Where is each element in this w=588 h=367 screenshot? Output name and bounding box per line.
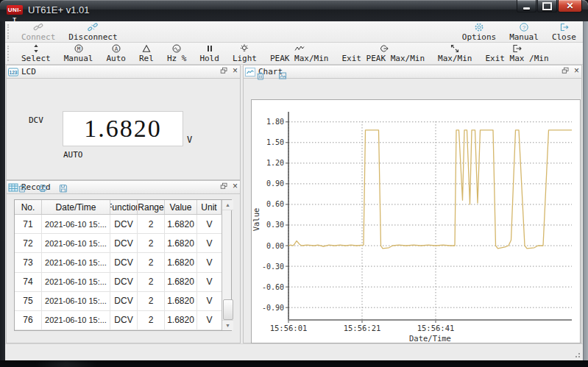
maximize-button[interactable] xyxy=(537,0,557,13)
table-cell: DCV xyxy=(110,253,138,271)
y-tick-label: -0.90 xyxy=(262,304,284,312)
select-label: Select xyxy=(21,54,51,63)
y-tick-label: -0.30 xyxy=(262,263,284,271)
table-cell: 1.6820 xyxy=(165,292,197,310)
table-scrollbar[interactable]: ▲ ▼ xyxy=(222,200,231,330)
hz-percent-button[interactable]: Hz % xyxy=(160,43,194,64)
light-label: Light xyxy=(233,54,257,63)
lcd-123-icon: 123 xyxy=(8,67,18,77)
table-row[interactable]: 752021-06-10 15:...DCV21.6820V xyxy=(15,292,222,311)
y-tick-label: 1.80 xyxy=(266,118,284,126)
close-label: Close xyxy=(552,32,576,42)
close-panel-icon[interactable]: × xyxy=(233,182,238,190)
table-cell: 1.6820 xyxy=(165,234,197,252)
table-row[interactable]: 732021-06-10 15:...DCV21.6820V xyxy=(15,253,222,272)
app-logo: UNI-T xyxy=(7,5,23,15)
table-row[interactable]: 762021-06-10 15:...DCV21.6820V xyxy=(15,311,222,330)
disconnect-icon xyxy=(88,22,98,32)
titlebar[interactable]: UNI-T UT61E+ v1.01 ✕ xyxy=(0,0,588,21)
export-image-button[interactable] xyxy=(277,71,288,84)
connect-label: Connect xyxy=(21,32,55,42)
exit-maxmin-icon xyxy=(511,43,522,54)
y-tick-label: 1.50 xyxy=(266,138,284,146)
table-header-row: No.Date/TimeFunctionRangeValueUnit xyxy=(15,200,222,215)
scroll-down-arrow[interactable]: ▼ xyxy=(222,320,233,330)
table-cell: 72 xyxy=(15,234,42,252)
minimize-button[interactable] xyxy=(517,0,536,13)
light-button[interactable]: Light xyxy=(226,43,263,64)
close-window-button[interactable]: ✕ xyxy=(558,0,582,13)
save-records-button[interactable] xyxy=(58,183,68,196)
table-row[interactable]: 712021-06-10 15:...DCV21.6820V xyxy=(15,215,222,234)
exit-peak-maxmin-label: Exit PEAK Max/Min xyxy=(341,54,425,63)
svg-text:A: A xyxy=(114,46,118,52)
table-cell: DCV xyxy=(110,311,138,329)
close-icon: ✕ xyxy=(566,1,573,12)
table-cell: 2021-06-10 15:... xyxy=(42,292,110,310)
help-icon: ? xyxy=(519,22,529,32)
table-row[interactable]: 742021-06-10 15:...DCV21.6820V xyxy=(15,273,222,292)
exit-peak-maxmin-icon xyxy=(378,43,389,54)
options-button[interactable]: Options xyxy=(456,21,503,43)
table-cell: 2 xyxy=(138,311,165,329)
lcd-unit: V xyxy=(187,135,192,145)
manual-mode-label: Manual xyxy=(64,54,93,63)
lcd-value: 1.6820 xyxy=(84,115,162,143)
close-panel-icon[interactable]: × xyxy=(574,66,579,75)
app-window: UNI-T UT61E+ v1.01 ✕ Connect Disconnect xyxy=(0,0,588,360)
peak-maxmin-button[interactable]: PEAK Max/Min xyxy=(263,43,335,64)
connect-button[interactable]: Connect xyxy=(15,21,62,43)
clear-chart-button[interactable] xyxy=(255,71,266,84)
float-panel-icon[interactable] xyxy=(220,67,228,75)
lcd-panel-header[interactable]: 123 LCD × xyxy=(7,65,240,79)
hz-percent-label: Hz % xyxy=(167,54,187,63)
svg-text:?: ? xyxy=(523,24,526,31)
peak-maxmin-label: PEAK Max/Min xyxy=(270,54,328,63)
select-icon xyxy=(31,43,41,54)
table-cell: 71 xyxy=(15,215,42,233)
auto-icon: A xyxy=(111,43,121,54)
table-cell: DCV xyxy=(110,215,138,233)
hold-label: Hold xyxy=(199,54,219,63)
table-cell: 2 xyxy=(138,234,165,252)
maxmin-button[interactable]: Max/Min xyxy=(431,43,478,64)
column-header: Date/Time xyxy=(42,200,110,214)
delete-records-button[interactable] xyxy=(17,183,27,196)
manual-mode-button[interactable]: MManual xyxy=(57,43,100,64)
table-row[interactable]: 722021-06-10 15:...DCV21.6820V xyxy=(15,234,222,253)
maxmin-label: Max/Min xyxy=(438,54,472,63)
lcd-panel: 123 LCD × DCV 1.6820 V AUTO xyxy=(6,65,241,180)
rel-label: Rel xyxy=(139,54,154,63)
hold-button[interactable]: Hold xyxy=(193,43,226,64)
float-panel-icon[interactable] xyxy=(220,182,228,190)
scroll-up-arrow[interactable]: ▲ xyxy=(222,200,233,210)
table-cell: 2021-06-10 15:... xyxy=(42,273,110,291)
manual-mode-icon: M xyxy=(74,43,84,54)
disconnect-button[interactable]: Disconnect xyxy=(62,21,124,43)
lcd-body: DCV 1.6820 V AUTO xyxy=(7,79,240,193)
x-tick-label: 15:56:21 xyxy=(344,324,381,332)
exit-maxmin-button[interactable]: Exit Max /Min xyxy=(478,43,555,64)
manual-help-button[interactable]: ? Manual xyxy=(503,21,545,43)
chart-line-icon xyxy=(245,67,255,77)
chart-panel-header[interactable]: Chart × xyxy=(244,65,581,79)
table-cell: V xyxy=(197,311,222,329)
window-title: UT61E+ v1.01 xyxy=(28,4,89,15)
rel-button[interactable]: Rel xyxy=(132,43,160,64)
table-cell: V xyxy=(197,273,222,291)
select-button[interactable]: Select xyxy=(15,43,57,64)
table-cell: 76 xyxy=(15,311,42,329)
column-header: Value xyxy=(165,200,197,214)
float-panel-icon[interactable] xyxy=(562,67,570,75)
scrollbar-thumb[interactable] xyxy=(223,299,233,320)
auto-button[interactable]: AAuto xyxy=(100,43,133,64)
print-records-button[interactable] xyxy=(38,183,48,196)
close-app-button[interactable]: Close xyxy=(545,21,583,43)
y-tick-label: 0.60 xyxy=(266,200,284,208)
table-cell: 2 xyxy=(138,215,165,233)
lcd-function-label: DCV xyxy=(29,115,43,125)
exit-peak-maxmin-button[interactable]: Exit PEAK Max/Min xyxy=(335,43,431,64)
close-panel-icon[interactable]: × xyxy=(233,66,238,75)
disconnect-label: Disconnect xyxy=(68,32,117,42)
resize-grip[interactable] xyxy=(573,351,581,358)
